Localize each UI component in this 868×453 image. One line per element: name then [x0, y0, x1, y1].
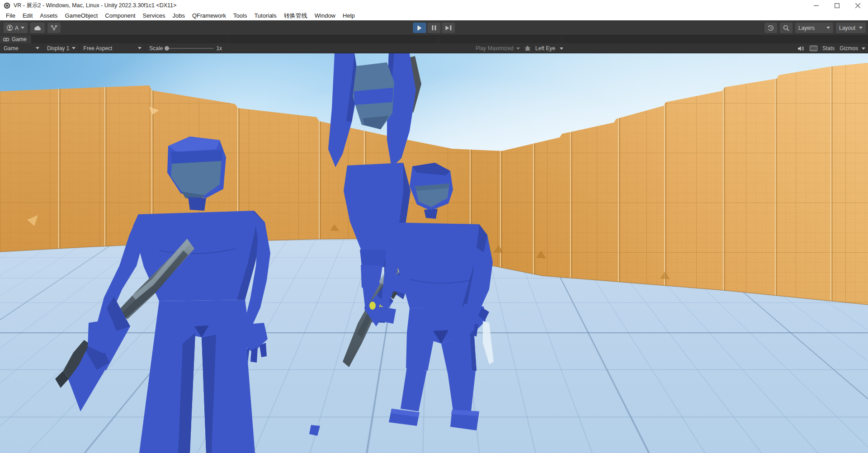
vsync-icon[interactable]: [810, 46, 817, 51]
tab-row: Game: [0, 35, 868, 43]
menu-file[interactable]: File: [2, 12, 19, 19]
gizmos-dropdown[interactable]: Gizmos: [840, 45, 865, 52]
menu-assets[interactable]: Assets: [36, 12, 61, 19]
minimize-button[interactable]: [806, 0, 826, 11]
scale-label: Scale: [149, 45, 163, 52]
maximize-button[interactable]: [826, 0, 847, 11]
pause-button[interactable]: [428, 23, 441, 33]
menu-jobs[interactable]: Jobs: [169, 12, 188, 19]
chevron-down-icon: [859, 27, 863, 29]
chevron-down-icon: [826, 27, 830, 29]
pause-icon: [432, 25, 436, 30]
tab-game[interactable]: Game: [0, 35, 31, 43]
menu-services[interactable]: Services: [139, 12, 169, 19]
stats-toggle[interactable]: Stats: [822, 45, 835, 52]
layers-dropdown[interactable]: Layers: [795, 23, 833, 33]
scale-slider[interactable]: [165, 48, 213, 49]
menu-tutorials[interactable]: Tutorials: [250, 12, 280, 19]
scale-control: Scale 1x: [146, 43, 226, 53]
chevron-down-icon: [21, 27, 24, 29]
tab-separator: [439, 36, 439, 43]
menu-bar: File Edit Assets GameObject Component Se…: [0, 11, 868, 20]
gizmos-label: Gizmos: [840, 45, 858, 52]
aspect-label: Free Aspect: [83, 45, 112, 52]
menu-tools[interactable]: Tools: [230, 12, 250, 19]
undo-history-button[interactable]: [764, 23, 777, 33]
account-icon: [7, 25, 13, 31]
scale-slider-knob[interactable]: [165, 46, 169, 51]
mute-audio-icon[interactable]: [797, 46, 805, 52]
chevron-down-icon: [560, 47, 563, 50]
sword-gem: [369, 302, 376, 310]
view-mode-dropdown[interactable]: Game: [0, 43, 43, 53]
menu-help[interactable]: Help: [339, 12, 359, 19]
unity-editor-window: VR - 展示2 - Windows, Mac, Linux - Unity 2…: [0, 0, 868, 453]
chevron-down-icon: [72, 47, 75, 49]
version-control-button[interactable]: [47, 23, 61, 33]
gamepad-icon: [3, 38, 9, 42]
title-bar: VR - 展示2 - Windows, Mac, Linux - Unity 2…: [0, 0, 868, 11]
layout-dropdown[interactable]: Layout: [836, 23, 866, 33]
tab-game-label: Game: [12, 36, 27, 42]
cloud-icon: [33, 25, 42, 31]
main-toolbar: A: [0, 20, 868, 35]
menu-qframework[interactable]: QFramework: [189, 12, 230, 19]
tab-separator: [562, 36, 562, 43]
menu-component[interactable]: Component: [101, 12, 139, 19]
minimize-icon: [814, 3, 819, 8]
play-maximized-dropdown[interactable]: Play Maximized: [476, 43, 520, 53]
character-foot-fragment: [309, 425, 320, 436]
step-button[interactable]: [442, 23, 455, 33]
gameview-toolbar: Game Display 1 Free Aspect Scale 1x Play…: [0, 43, 868, 53]
close-icon: [855, 3, 860, 8]
layout-label: Layout: [839, 25, 855, 31]
maximize-icon: [835, 3, 840, 8]
version-control-icon: [51, 25, 57, 31]
unity-logo-icon: [4, 2, 10, 9]
chevron-down-icon: [138, 47, 142, 49]
view-mode-label: Game: [4, 45, 19, 52]
menu-window[interactable]: Window: [311, 12, 339, 19]
chevron-down-icon: [862, 47, 865, 50]
close-button[interactable]: [847, 0, 868, 11]
play-icon: [418, 25, 422, 31]
ghost-sword: [483, 321, 494, 364]
bug-icon[interactable]: [524, 45, 531, 52]
search-button[interactable]: [780, 23, 793, 33]
cloud-services-button[interactable]: [30, 23, 45, 33]
eye-mode-label: Left Eye: [535, 45, 555, 52]
layers-label: Layers: [798, 25, 815, 31]
chevron-down-icon: [36, 47, 39, 49]
game-scene: [0, 53, 868, 453]
step-icon: [446, 25, 452, 30]
aspect-ratio-dropdown[interactable]: Free Aspect: [80, 43, 146, 53]
undo-history-icon: [768, 25, 774, 31]
menu-edit[interactable]: Edit: [19, 12, 36, 19]
play-button[interactable]: [413, 23, 426, 33]
eye-mode-dropdown[interactable]: Left Eye: [535, 43, 563, 53]
chevron-down-icon: [516, 47, 520, 50]
menu-gameobject[interactable]: GameObject: [61, 12, 101, 19]
game-viewport[interactable]: [0, 53, 868, 453]
search-icon: [783, 25, 789, 31]
scale-value: 1x: [216, 45, 222, 52]
display-label: Display 1: [47, 45, 69, 52]
account-initial: A: [15, 25, 19, 31]
account-dropdown[interactable]: A: [4, 23, 28, 33]
tab-separator: [228, 36, 229, 43]
menu-pipeline-converter[interactable]: 转换管线: [280, 12, 311, 20]
display-dropdown[interactable]: Display 1: [43, 43, 80, 53]
play-maximized-label: Play Maximized: [476, 45, 514, 52]
window-title: VR - 展示2 - Windows, Mac, Linux - Unity 2…: [14, 2, 176, 9]
